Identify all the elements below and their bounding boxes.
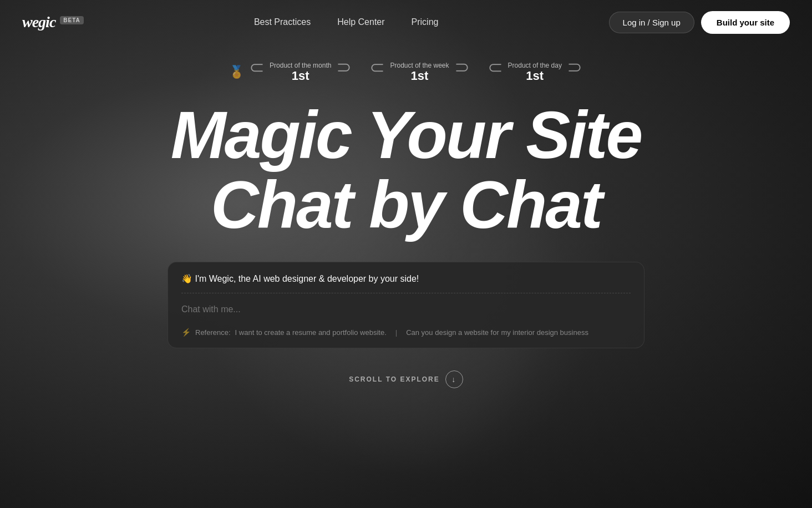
scroll-circle: ↓ (445, 370, 463, 388)
hero-heading: Magic Your Site Chat by Chat (171, 100, 642, 240)
logo-text: wegic (22, 13, 55, 31)
build-button[interactable]: Build your site (701, 11, 790, 34)
nav-best-practices[interactable]: Best Practices (254, 17, 311, 27)
nav-actions: Log in / Sign up Build your site (609, 11, 790, 34)
login-button[interactable]: Log in / Sign up (609, 12, 694, 33)
chat-input-placeholder[interactable]: Chat with me... (181, 302, 631, 317)
laurel-svg-right-day: ⸧ (566, 61, 583, 83)
laurel-svg-left-week: ⸦ (369, 61, 385, 83)
hero-line1: Magic Your Site (171, 98, 642, 172)
nav-help-center[interactable]: Help Center (337, 17, 384, 27)
award-month-text: Product of the month 1st (270, 62, 331, 83)
reference-label: Reference: (195, 328, 231, 337)
hero-line2: Chat by Chat (211, 167, 601, 242)
laurel-svg-right-month: ⸧ (336, 61, 352, 83)
awards-row: 🏅 ⸦ Product of the month 1st ⸧ ⸦ Product… (229, 61, 583, 83)
beta-badge: BETA (60, 16, 83, 24)
award-day-rank: 1st (508, 69, 562, 83)
laurel-svg-right-week: ⸧ (454, 61, 470, 83)
svg-text:⸧: ⸧ (568, 61, 581, 75)
award-week-text: Product of the week 1st (390, 62, 449, 83)
award-week-label: Product of the week (390, 62, 449, 69)
chat-intro: 👋 I'm Wegic, the AI web designer & devel… (181, 273, 631, 284)
award-day-label: Product of the day (508, 62, 562, 69)
svg-text:⸦: ⸦ (250, 61, 263, 75)
award-week-rank: 1st (390, 69, 449, 83)
award-day-text: Product of the day 1st (508, 62, 562, 83)
award-month: 🏅 ⸦ Product of the month 1st ⸧ (229, 61, 352, 83)
chat-divider (181, 293, 631, 293)
scroll-label: SCROLL TO EXPLORE (349, 375, 440, 383)
main-content: 🏅 ⸦ Product of the month 1st ⸧ ⸦ Product… (0, 44, 812, 388)
laurel-svg-left-day: ⸦ (487, 61, 504, 83)
svg-text:⸧: ⸧ (337, 61, 351, 75)
chat-box[interactable]: 👋 I'm Wegic, the AI web designer & devel… (168, 262, 644, 348)
award-month-rank: 1st (270, 69, 331, 83)
svg-text:⸧: ⸧ (455, 61, 469, 75)
scroll-arrow-icon: ↓ (451, 375, 456, 384)
svg-text:⸦: ⸦ (489, 61, 502, 75)
nav-links: Best Practices Help Center Pricing (254, 17, 439, 27)
nav-pricing[interactable]: Pricing (412, 17, 439, 27)
navbar: wegic BETA Best Practices Help Center Pr… (0, 0, 812, 44)
reference-item-2[interactable]: Can you design a website for my interior… (406, 328, 588, 337)
laurel-svg-left-month: ⸦ (248, 61, 265, 83)
lightning-icon: ⚡ (181, 328, 191, 337)
chat-reference: ⚡ Reference: I want to create a resume a… (181, 328, 631, 337)
award-month-label: Product of the month (270, 62, 331, 69)
award-week: ⸦ Product of the week 1st ⸧ (369, 61, 470, 83)
award-day: ⸦ Product of the day 1st ⸧ (487, 61, 583, 83)
svg-text:⸦: ⸦ (371, 61, 384, 75)
ref-divider: | (395, 328, 397, 337)
logo-area[interactable]: wegic BETA (22, 13, 84, 31)
scroll-indicator[interactable]: SCROLL TO EXPLORE ↓ (349, 370, 463, 388)
reference-item-1[interactable]: I want to create a resume and portfolio … (235, 328, 387, 337)
laurel-left-month: 🏅 (229, 65, 244, 79)
